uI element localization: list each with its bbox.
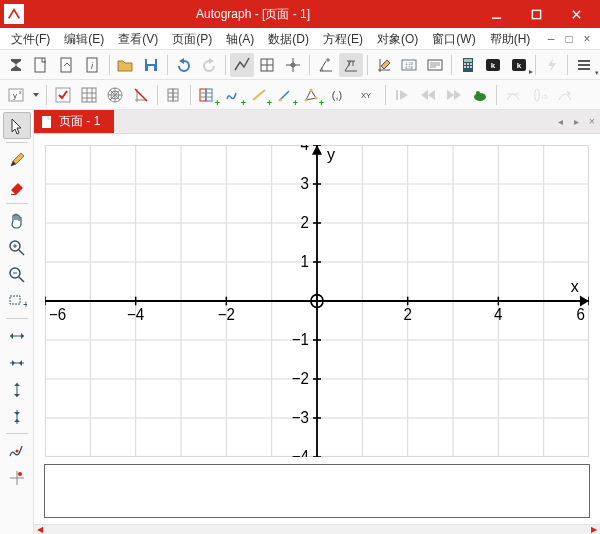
page-info-icon[interactable]: i [81, 53, 105, 77]
equal-aspect-icon[interactable] [256, 53, 280, 77]
svg-rect-30 [467, 63, 469, 65]
raw-data-icon[interactable] [162, 83, 186, 107]
page-tab-icon [40, 115, 54, 129]
results-box[interactable] [44, 464, 590, 518]
mdi-close-icon[interactable]: × [578, 28, 596, 49]
menu-axes[interactable]: 轴(A) [219, 28, 261, 49]
polar-grid-icon[interactable] [103, 83, 127, 107]
mdi-minimize-icon[interactable]: – [542, 28, 560, 49]
grid-icon[interactable] [77, 83, 101, 107]
mdi-restore-icon[interactable]: □ [560, 28, 578, 49]
xy-mode-icon[interactable]: XY [351, 83, 381, 107]
shrink-y-icon[interactable] [3, 403, 31, 430]
precision-icon[interactable]: 1.234.56 [398, 53, 422, 77]
graph-canvas[interactable]: −6−4−2246−4−3−2−11234xy [44, 144, 590, 458]
forward-icon[interactable] [442, 83, 466, 107]
no-grid-icon[interactable] [129, 83, 153, 107]
menu-view[interactable]: 查看(V) [111, 28, 165, 49]
hand-icon[interactable] [3, 207, 31, 234]
play-start-icon[interactable] [390, 83, 414, 107]
zoom-in-icon[interactable] [3, 234, 31, 261]
check-icon[interactable] [51, 83, 75, 107]
svg-text:4: 4 [494, 306, 503, 324]
menu-data[interactable]: 数据(D) [261, 28, 316, 49]
slow-mode-icon[interactable] [468, 83, 492, 107]
zoom-out-icon[interactable] [3, 261, 31, 288]
integral-icon[interactable]: dx [527, 83, 551, 107]
svg-text:−1: −1 [292, 331, 309, 349]
minimize-button[interactable] [476, 0, 516, 28]
radians-icon[interactable] [339, 53, 363, 77]
menu-equation[interactable]: 方程(E) [316, 28, 370, 49]
svg-text:2: 2 [301, 214, 309, 232]
svg-line-82 [19, 250, 24, 255]
svg-text:−2: −2 [218, 306, 235, 324]
constants-icon[interactable]: k▸ [507, 53, 531, 77]
add-line-icon[interactable]: + [247, 83, 271, 107]
menu-edit[interactable]: 编辑(E) [57, 28, 111, 49]
svg-point-72 [310, 88, 313, 91]
svg-rect-4 [35, 58, 45, 72]
menu-object[interactable]: 对象(O) [370, 28, 425, 49]
degrees-icon[interactable] [314, 53, 338, 77]
eraser-icon[interactable] [3, 173, 31, 200]
save-icon[interactable] [139, 53, 163, 77]
undo-icon[interactable] [172, 53, 196, 77]
text-box-icon[interactable] [423, 53, 447, 77]
y-equals-icon[interactable]: yx [4, 83, 28, 107]
menu-help[interactable]: 帮助(H) [483, 28, 538, 49]
keyboard-icon[interactable]: k [482, 53, 506, 77]
equation-dropdown-icon[interactable] [30, 83, 42, 107]
menu-page[interactable]: 页面(P) [165, 28, 219, 49]
page-tab-label: 页面 - 1 [59, 113, 100, 130]
new-page-icon[interactable] [30, 53, 54, 77]
view-menu-icon[interactable]: ▾ [572, 53, 596, 77]
maximize-button[interactable] [516, 0, 556, 28]
lightning-icon[interactable] [540, 53, 564, 77]
pointer-icon[interactable] [3, 112, 31, 139]
svg-point-94 [15, 449, 18, 452]
svg-text:−4: −4 [292, 448, 310, 457]
default-scale-icon[interactable] [230, 53, 254, 77]
new-3d-page-icon[interactable] [55, 53, 79, 77]
open-icon[interactable] [113, 53, 137, 77]
add-equation-icon[interactable]: + [221, 83, 245, 107]
sigma-icon[interactable] [4, 53, 28, 77]
tab-next-icon[interactable]: ▸ [568, 110, 584, 133]
window-title: Autograph - [页面 - 1] [30, 6, 476, 23]
scroll-right-icon[interactable]: ▶ [588, 525, 600, 534]
horizontal-scrollbar[interactable]: ◀ ▶ [34, 524, 600, 534]
tangent-icon[interactable] [501, 83, 525, 107]
close-button[interactable] [556, 0, 596, 28]
svg-text:4: 4 [301, 145, 310, 153]
svg-text:x: x [571, 277, 580, 297]
pencil-icon[interactable] [3, 146, 31, 173]
stretch-y-icon[interactable] [3, 376, 31, 403]
scroll-left-icon[interactable]: ◀ [34, 525, 46, 534]
zoom-box-icon[interactable]: + [3, 288, 31, 315]
tab-close-icon[interactable]: × [584, 110, 600, 133]
center-origin-icon[interactable] [281, 53, 305, 77]
curve-tool-icon[interactable] [3, 437, 31, 464]
svg-text:−6: −6 [49, 306, 66, 324]
derivative-icon[interactable] [553, 83, 577, 107]
redo-icon[interactable] [197, 53, 221, 77]
add-shape-icon[interactable]: + [299, 83, 323, 107]
add-vector-icon[interactable]: + [273, 83, 297, 107]
calculator-icon[interactable] [456, 53, 480, 77]
tab-prev-icon[interactable]: ◂ [552, 110, 568, 133]
svg-text:(,): (,) [332, 89, 342, 101]
svg-rect-64 [200, 89, 206, 101]
add-coordinate-icon[interactable]: (,) [325, 83, 349, 107]
svg-rect-76 [396, 90, 398, 100]
tab-strip: 页面 - 1 ◂ ▸ × [34, 110, 600, 134]
point-tool-icon[interactable] [3, 464, 31, 491]
stretch-x-icon[interactable] [3, 322, 31, 349]
menu-file[interactable]: 文件(F) [4, 28, 57, 49]
edit-axes-icon[interactable] [372, 53, 396, 77]
xy-data-icon[interactable]: + [195, 83, 219, 107]
shrink-x-icon[interactable] [3, 349, 31, 376]
menu-window[interactable]: 窗口(W) [425, 28, 482, 49]
page-tab[interactable]: 页面 - 1 [34, 110, 114, 133]
rewind-icon[interactable] [416, 83, 440, 107]
